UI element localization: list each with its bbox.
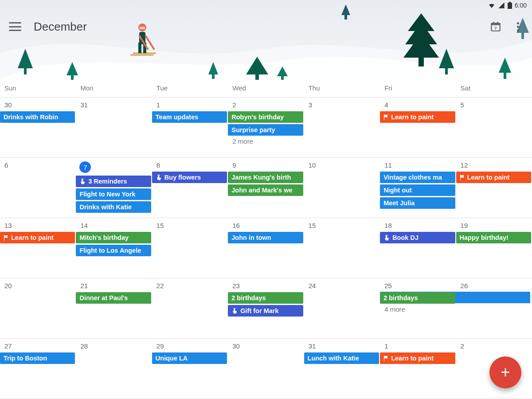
day-cell[interactable]: 8Buy flowers (152, 158, 228, 218)
event-chip[interactable]: James Kung's birth (228, 172, 303, 183)
event-chip[interactable]: 2 birthdays (380, 292, 455, 304)
day-cell[interactable]: 28 (76, 339, 152, 399)
event-label: Vintage clothes ma (383, 174, 442, 181)
day-cell[interactable]: 27Trip to Boston (0, 339, 76, 399)
event-label: Happy birthday! (460, 234, 509, 241)
svg-rect-3 (71, 75, 74, 80)
event-label: John in town (231, 234, 271, 241)
event-label: Learn to paint (391, 355, 434, 362)
day-cell[interactable]: 4Learn to paint (380, 98, 456, 157)
day-cell[interactable]: 31 (76, 98, 152, 157)
app-toolbar: December 7 (0, 14, 532, 39)
event-chip[interactable]: 3 Reminders (76, 176, 151, 187)
event-chip[interactable]: Learn to paint (0, 232, 75, 243)
event-chip[interactable]: Robyn's birthday (228, 111, 303, 123)
day-cell[interactable]: 19Happy birthday! (456, 218, 532, 278)
day-number: 1 (384, 342, 455, 350)
event-chip[interactable]: 2 birthdays (228, 292, 303, 304)
events-list: Mitch's birthdayFlight to Los Angele (76, 232, 151, 256)
status-time: 6:00 (515, 2, 527, 9)
day-cell[interactable]: 10 (304, 158, 380, 218)
overflow-menu-icon[interactable] (512, 21, 523, 32)
day-cell[interactable]: 30 (228, 339, 304, 399)
day-cell[interactable]: 6 (0, 158, 76, 218)
events-list: James Kung's birthJohn and Mark's we (228, 172, 303, 196)
day-cell[interactable]: 24 (304, 278, 380, 338)
events-list: John in town (228, 232, 303, 243)
event-chip[interactable]: Flight to Los Angele (76, 245, 151, 256)
day-cell[interactable]: 2Robyn's birthdaySurprise party2 more (228, 98, 304, 157)
day-cell[interactable]: 9James Kung's birthJohn and Mark's we (228, 158, 304, 218)
svg-marker-16 (439, 49, 454, 68)
tree-icon (439, 49, 454, 75)
day-cell[interactable]: 26 (456, 278, 532, 338)
event-chip[interactable]: Lunch with Katie (304, 352, 379, 364)
weeks-container[interactable]: 30Drinks with Robin311Team updates2Robyn… (0, 98, 532, 399)
day-number: 26 (461, 282, 531, 289)
menu-icon[interactable] (9, 22, 21, 31)
day-cell[interactable]: 252 birthdays4 more (380, 278, 456, 338)
week-row: 13Learn to paint14Mitch's birthdayFlight… (0, 218, 532, 278)
day-cell[interactable]: 232 birthdaysGift for Mark (228, 278, 304, 338)
day-cell[interactable]: 3 (304, 98, 380, 157)
day-cell[interactable]: 31Lunch with Katie (304, 339, 380, 399)
event-chip[interactable]: Night out (380, 184, 455, 196)
more-events-link[interactable]: 4 more (383, 304, 455, 313)
day-cell[interactable]: 15 (152, 218, 228, 278)
event-chip[interactable]: John and Mark's we (228, 184, 303, 196)
event-chip[interactable]: Gift for Mark (228, 305, 303, 317)
month-title[interactable]: December (34, 20, 87, 34)
create-event-fab[interactable]: + (489, 356, 521, 388)
event-chip[interactable]: Learn to paint (456, 172, 531, 183)
event-chip[interactable]: Vintage clothes ma (380, 172, 455, 183)
event-chip[interactable]: Unique LA (152, 352, 227, 364)
event-chip[interactable]: John in town (228, 232, 303, 243)
svg-rect-7 (255, 74, 259, 80)
event-chip[interactable]: Happy birthday! (456, 232, 531, 243)
day-cell[interactable]: 30Drinks with Robin (0, 98, 76, 157)
event-chip[interactable]: Book DJ (380, 232, 455, 243)
day-cell[interactable]: 18Book DJ (380, 218, 456, 278)
day-cell[interactable]: 13Learn to paint (0, 218, 76, 278)
day-cell[interactable]: 12Learn to paint (456, 158, 532, 218)
day-number: 19 (461, 222, 531, 229)
more-events-link[interactable]: 2 more (231, 136, 303, 145)
day-cell[interactable]: 5 (456, 98, 532, 157)
day-cell[interactable]: 11Vintage clothes maNight outMeet Julia (380, 158, 456, 218)
day-cell[interactable]: 14Mitch's birthdayFlight to Los Angele (76, 218, 152, 278)
event-chip[interactable]: Team updates (152, 111, 227, 123)
event-chip[interactable]: Dinner at Paul's (76, 292, 151, 304)
day-cell[interactable]: 73 RemindersFlight to New YorkDrinks wit… (76, 158, 152, 218)
event-chip[interactable]: Meet Julia (380, 197, 455, 209)
event-chip[interactable]: Drinks with Katie (76, 201, 151, 213)
event-label: Robyn's birthday (231, 113, 284, 121)
day-number: 2 (461, 342, 531, 350)
event-chip[interactable]: Drinks with Robin (0, 111, 75, 123)
event-chip[interactable]: Buy flowers (152, 172, 227, 183)
events-list: Trip to Boston (0, 352, 75, 364)
day-cell[interactable]: 1Learn to paint (380, 339, 456, 399)
day-cell[interactable]: 21Dinner at Paul's (76, 278, 152, 338)
day-cell[interactable]: 29Unique LA (152, 339, 228, 399)
event-chip[interactable]: Trip to Boston (0, 352, 75, 364)
event-chip[interactable]: Learn to paint (380, 352, 455, 364)
svg-marker-4 (208, 62, 218, 74)
event-label: Drinks with Katie (79, 203, 132, 211)
event-chip[interactable]: Flight to New York (76, 188, 151, 200)
event-label: Unique LA (156, 355, 188, 362)
event-chip[interactable]: Learn to paint (380, 111, 455, 123)
day-number: 6 (4, 161, 75, 169)
day-number: 25 (384, 282, 455, 289)
dow-label: Fri (380, 80, 456, 97)
day-cell[interactable]: 16John in town (228, 218, 304, 278)
event-chip[interactable]: Mitch's birthday (76, 232, 151, 243)
day-cell[interactable]: 20 (0, 278, 76, 338)
day-cell[interactable]: 1Team updates (152, 98, 228, 157)
today-button[interactable]: 7 (489, 20, 502, 33)
event-label: John and Mark's we (231, 187, 292, 194)
day-number: 3 (309, 101, 379, 109)
day-cell[interactable]: 22 (152, 278, 228, 338)
day-number: 14 (80, 222, 151, 229)
event-chip[interactable]: Surprise party (228, 124, 303, 136)
day-cell[interactable]: 15 (304, 218, 380, 278)
